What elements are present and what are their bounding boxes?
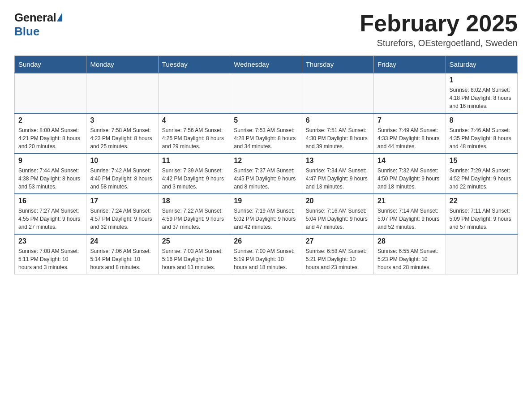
day-info: Sunrise: 7:44 AM Sunset: 4:38 PM Dayligh… xyxy=(18,167,82,191)
day-info: Sunrise: 7:27 AM Sunset: 4:55 PM Dayligh… xyxy=(18,207,82,231)
day-number: 19 xyxy=(234,197,298,205)
logo-text: General xyxy=(14,11,63,25)
location-subtitle: Sturefors, OEstergoetland, Sweden xyxy=(360,38,518,48)
day-number: 11 xyxy=(162,157,226,165)
day-number: 4 xyxy=(162,116,226,124)
logo-blue: Blue xyxy=(14,25,39,39)
weekday-header-monday: Monday xyxy=(86,56,158,73)
week-row-4: 16Sunrise: 7:27 AM Sunset: 4:55 PM Dayli… xyxy=(15,194,518,234)
calendar-cell xyxy=(302,73,373,113)
calendar-cell: 21Sunrise: 7:14 AM Sunset: 5:07 PM Dayli… xyxy=(374,194,446,234)
calendar-cell: 27Sunrise: 6:58 AM Sunset: 5:21 PM Dayli… xyxy=(302,234,373,274)
day-number: 27 xyxy=(306,237,370,245)
day-number: 28 xyxy=(378,237,442,245)
logo: General Blue xyxy=(14,11,63,39)
day-number: 17 xyxy=(90,197,154,205)
calendar-cell: 13Sunrise: 7:34 AM Sunset: 4:47 PM Dayli… xyxy=(302,154,373,194)
day-number: 10 xyxy=(90,157,154,165)
day-info: Sunrise: 6:55 AM Sunset: 5:23 PM Dayligh… xyxy=(378,247,442,271)
calendar-cell: 5Sunrise: 7:53 AM Sunset: 4:28 PM Daylig… xyxy=(230,113,302,154)
title-section: February 2025 Sturefors, OEstergoetland,… xyxy=(360,11,518,48)
day-number: 8 xyxy=(450,116,514,124)
day-number: 24 xyxy=(90,237,154,245)
logo-general: General xyxy=(14,11,56,25)
calendar-cell: 9Sunrise: 7:44 AM Sunset: 4:38 PM Daylig… xyxy=(15,154,86,194)
calendar-table: SundayMondayTuesdayWednesdayThursdayFrid… xyxy=(14,56,518,274)
week-row-3: 9Sunrise: 7:44 AM Sunset: 4:38 PM Daylig… xyxy=(15,154,518,194)
calendar-cell: 12Sunrise: 7:37 AM Sunset: 4:45 PM Dayli… xyxy=(230,154,302,194)
calendar-cell: 16Sunrise: 7:27 AM Sunset: 4:55 PM Dayli… xyxy=(15,194,86,234)
weekday-header-tuesday: Tuesday xyxy=(158,56,230,73)
day-info: Sunrise: 7:37 AM Sunset: 4:45 PM Dayligh… xyxy=(234,167,298,191)
day-number: 6 xyxy=(306,116,370,124)
calendar-cell xyxy=(446,234,517,274)
day-number: 23 xyxy=(18,237,82,245)
day-number: 21 xyxy=(378,197,442,205)
day-info: Sunrise: 7:46 AM Sunset: 4:35 PM Dayligh… xyxy=(450,126,514,150)
week-row-2: 2Sunrise: 8:00 AM Sunset: 4:21 PM Daylig… xyxy=(15,113,518,154)
calendar-cell: 8Sunrise: 7:46 AM Sunset: 4:35 PM Daylig… xyxy=(446,113,517,154)
calendar-cell xyxy=(158,73,230,113)
calendar-cell: 10Sunrise: 7:42 AM Sunset: 4:40 PM Dayli… xyxy=(86,154,158,194)
day-info: Sunrise: 8:00 AM Sunset: 4:21 PM Dayligh… xyxy=(18,126,82,150)
day-info: Sunrise: 7:00 AM Sunset: 5:19 PM Dayligh… xyxy=(234,247,298,271)
calendar-cell xyxy=(15,73,86,113)
week-row-1: 1Sunrise: 8:02 AM Sunset: 4:18 PM Daylig… xyxy=(15,73,518,113)
day-number: 2 xyxy=(18,116,82,124)
calendar-cell: 23Sunrise: 7:08 AM Sunset: 5:11 PM Dayli… xyxy=(15,234,86,274)
day-info: Sunrise: 7:16 AM Sunset: 5:04 PM Dayligh… xyxy=(306,207,370,231)
calendar-cell: 14Sunrise: 7:32 AM Sunset: 4:50 PM Dayli… xyxy=(374,154,446,194)
weekday-header-wednesday: Wednesday xyxy=(230,56,302,73)
calendar-cell: 7Sunrise: 7:49 AM Sunset: 4:33 PM Daylig… xyxy=(374,113,446,154)
day-number: 20 xyxy=(306,197,370,205)
calendar-cell: 24Sunrise: 7:06 AM Sunset: 5:14 PM Dayli… xyxy=(86,234,158,274)
calendar-cell: 20Sunrise: 7:16 AM Sunset: 5:04 PM Dayli… xyxy=(302,194,373,234)
calendar-header-row: SundayMondayTuesdayWednesdayThursdayFrid… xyxy=(15,56,518,73)
weekday-header-saturday: Saturday xyxy=(446,56,517,73)
day-number: 16 xyxy=(18,197,82,205)
week-row-5: 23Sunrise: 7:08 AM Sunset: 5:11 PM Dayli… xyxy=(15,234,518,274)
day-number: 12 xyxy=(234,157,298,165)
weekday-header-thursday: Thursday xyxy=(302,56,373,73)
day-info: Sunrise: 7:58 AM Sunset: 4:23 PM Dayligh… xyxy=(90,126,154,150)
calendar-cell xyxy=(230,73,302,113)
day-number: 18 xyxy=(162,197,226,205)
day-info: Sunrise: 7:22 AM Sunset: 4:59 PM Dayligh… xyxy=(162,207,226,231)
page-title: February 2025 xyxy=(360,11,518,36)
calendar-cell: 22Sunrise: 7:11 AM Sunset: 5:09 PM Dayli… xyxy=(446,194,517,234)
calendar-cell: 15Sunrise: 7:29 AM Sunset: 4:52 PM Dayli… xyxy=(446,154,517,194)
calendar-cell: 25Sunrise: 7:03 AM Sunset: 5:16 PM Dayli… xyxy=(158,234,230,274)
calendar-cell: 6Sunrise: 7:51 AM Sunset: 4:30 PM Daylig… xyxy=(302,113,373,154)
calendar-cell: 28Sunrise: 6:55 AM Sunset: 5:23 PM Dayli… xyxy=(374,234,446,274)
day-number: 3 xyxy=(90,116,154,124)
day-number: 25 xyxy=(162,237,226,245)
day-info: Sunrise: 7:08 AM Sunset: 5:11 PM Dayligh… xyxy=(18,247,82,271)
day-number: 26 xyxy=(234,237,298,245)
day-info: Sunrise: 7:06 AM Sunset: 5:14 PM Dayligh… xyxy=(90,247,154,271)
day-info: Sunrise: 7:29 AM Sunset: 4:52 PM Dayligh… xyxy=(450,167,514,191)
day-info: Sunrise: 7:14 AM Sunset: 5:07 PM Dayligh… xyxy=(378,207,442,231)
weekday-header-friday: Friday xyxy=(374,56,446,73)
weekday-header-sunday: Sunday xyxy=(15,56,86,73)
calendar-cell: 17Sunrise: 7:24 AM Sunset: 4:57 PM Dayli… xyxy=(86,194,158,234)
day-info: Sunrise: 7:51 AM Sunset: 4:30 PM Dayligh… xyxy=(306,126,370,150)
calendar-cell: 26Sunrise: 7:00 AM Sunset: 5:19 PM Dayli… xyxy=(230,234,302,274)
day-number: 9 xyxy=(18,157,82,165)
logo-triangle-icon xyxy=(57,13,62,21)
day-number: 7 xyxy=(378,116,442,124)
day-info: Sunrise: 7:56 AM Sunset: 4:25 PM Dayligh… xyxy=(162,126,226,150)
day-number: 15 xyxy=(450,157,514,165)
day-info: Sunrise: 7:32 AM Sunset: 4:50 PM Dayligh… xyxy=(378,167,442,191)
calendar-cell: 4Sunrise: 7:56 AM Sunset: 4:25 PM Daylig… xyxy=(158,113,230,154)
day-number: 13 xyxy=(306,157,370,165)
calendar-cell: 18Sunrise: 7:22 AM Sunset: 4:59 PM Dayli… xyxy=(158,194,230,234)
calendar-cell: 3Sunrise: 7:58 AM Sunset: 4:23 PM Daylig… xyxy=(86,113,158,154)
calendar-cell xyxy=(374,73,446,113)
day-number: 22 xyxy=(450,197,514,205)
day-info: Sunrise: 7:24 AM Sunset: 4:57 PM Dayligh… xyxy=(90,207,154,231)
calendar-cell: 19Sunrise: 7:19 AM Sunset: 5:02 PM Dayli… xyxy=(230,194,302,234)
day-number: 1 xyxy=(450,76,514,84)
day-info: Sunrise: 7:03 AM Sunset: 5:16 PM Dayligh… xyxy=(162,247,226,271)
calendar-cell: 2Sunrise: 8:00 AM Sunset: 4:21 PM Daylig… xyxy=(15,113,86,154)
day-info: Sunrise: 7:49 AM Sunset: 4:33 PM Dayligh… xyxy=(378,126,442,150)
